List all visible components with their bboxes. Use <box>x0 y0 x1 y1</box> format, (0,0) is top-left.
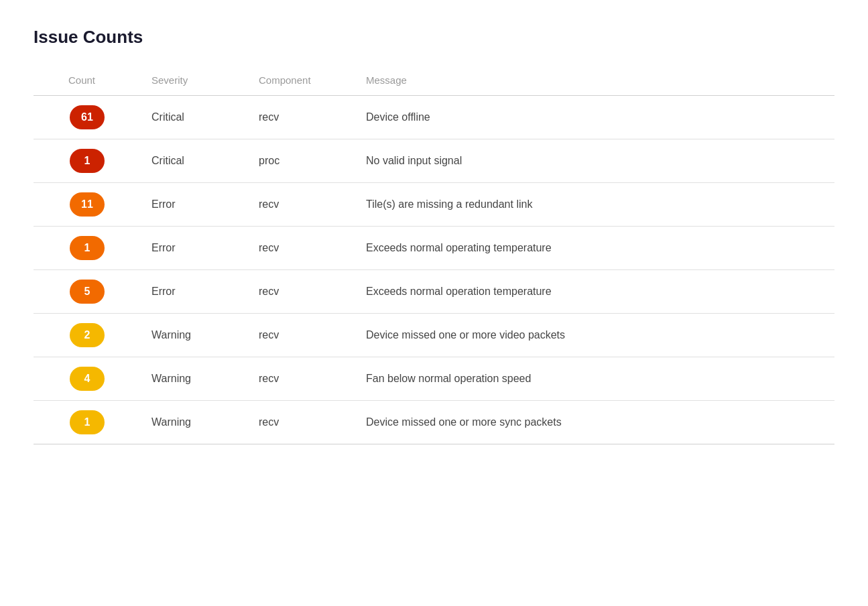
table-row: 1WarningrecvDevice missed one or more sy… <box>34 401 834 444</box>
col-header-count: Count <box>34 68 141 96</box>
component-cell: recv <box>248 270 355 314</box>
table-row: 5ErrorrecvExceeds normal operation tempe… <box>34 270 834 314</box>
component-cell: proc <box>248 139 355 183</box>
component-cell: recv <box>248 357 355 401</box>
severity-cell: Warning <box>141 357 248 401</box>
count-cell: 11 <box>34 183 141 227</box>
table-row: 1ErrorrecvExceeds normal operating tempe… <box>34 227 834 270</box>
component-cell: recv <box>248 401 355 444</box>
count-cell: 2 <box>34 314 141 357</box>
message-cell: Device offline <box>355 96 834 139</box>
severity-cell: Critical <box>141 139 248 183</box>
message-cell: Fan below normal operation speed <box>355 357 834 401</box>
count-cell: 1 <box>34 227 141 270</box>
count-badge: 1 <box>70 236 105 260</box>
severity-cell: Warning <box>141 314 248 357</box>
severity-cell: Warning <box>141 401 248 444</box>
table-row: 11ErrorrecvTile(s) are missing a redunda… <box>34 183 834 227</box>
col-header-message: Message <box>355 68 834 96</box>
count-cell: 1 <box>34 139 141 183</box>
table-header-row: Count Severity Component Message <box>34 68 834 96</box>
severity-cell: Critical <box>141 96 248 139</box>
issue-counts-table: Count Severity Component Message 61Criti… <box>34 68 834 444</box>
component-cell: recv <box>248 227 355 270</box>
message-cell: Exceeds normal operation temperature <box>355 270 834 314</box>
count-badge: 1 <box>70 149 105 173</box>
severity-cell: Error <box>141 183 248 227</box>
message-cell: Tile(s) are missing a redundant link <box>355 183 834 227</box>
message-cell: Exceeds normal operating temperature <box>355 227 834 270</box>
component-cell: recv <box>248 183 355 227</box>
table-row: 61CriticalrecvDevice offline <box>34 96 834 139</box>
count-badge: 4 <box>70 367 105 391</box>
table-row: 2WarningrecvDevice missed one or more vi… <box>34 314 834 357</box>
severity-cell: Error <box>141 227 248 270</box>
count-cell: 61 <box>34 96 141 139</box>
page-title: Issue Counts <box>34 27 834 48</box>
component-cell: recv <box>248 96 355 139</box>
component-cell: recv <box>248 314 355 357</box>
table-row: 1CriticalprocNo valid input signal <box>34 139 834 183</box>
count-badge: 2 <box>70 323 105 347</box>
table-row: 4WarningrecvFan below normal operation s… <box>34 357 834 401</box>
count-badge: 61 <box>70 105 105 129</box>
message-cell: Device missed one or more video packets <box>355 314 834 357</box>
count-cell: 5 <box>34 270 141 314</box>
message-cell: No valid input signal <box>355 139 834 183</box>
message-cell: Device missed one or more sync packets <box>355 401 834 444</box>
count-cell: 1 <box>34 401 141 444</box>
count-cell: 4 <box>34 357 141 401</box>
col-header-component: Component <box>248 68 355 96</box>
count-badge: 1 <box>70 410 105 434</box>
severity-cell: Error <box>141 270 248 314</box>
count-badge: 5 <box>70 280 105 304</box>
count-badge: 11 <box>70 192 105 217</box>
col-header-severity: Severity <box>141 68 248 96</box>
